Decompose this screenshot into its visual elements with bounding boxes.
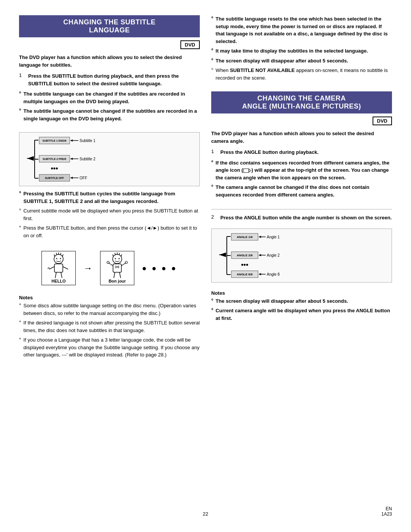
bullet-camera-2: The camera angle cannot be changed if th… (211, 184, 392, 198)
step1-camera-text: Press the ANGLE button during playback. (220, 149, 392, 156)
left-column: CHANGING THE SUBTITLE LANGUAGE DVD The D… (19, 15, 200, 503)
bullet-right-top-1-text: The subtitle language resets to the one … (216, 15, 392, 45)
svg-marker-20 (70, 177, 73, 179)
bullet-left-2-3-text: Press the SUBTITLE button, and then pres… (24, 224, 200, 239)
step1-left: 1 Press the SUBTITLE button during playb… (19, 72, 200, 87)
svg-text:•••: ••• (241, 261, 249, 268)
footer: 22 EN 1A23 (19, 511, 392, 517)
bullet-left-2-2: Current subtitle mode will be displayed … (19, 207, 200, 222)
footer-code-en: EN (386, 506, 392, 511)
note-left-2: If the desired language is not shown aft… (19, 319, 200, 334)
svg-point-29 (60, 258, 61, 259)
dvd-badge-right: DVD (373, 117, 392, 125)
bullet-right-top-4-text: When SUBTITLE NOT AVAILABLE appears on-s… (216, 67, 392, 81)
footer-page-number: 22 (19, 511, 392, 517)
svg-point-28 (56, 258, 57, 259)
svg-rect-44 (113, 264, 121, 272)
svg-line-40 (119, 253, 119, 255)
right-column: The subtitle language resets to the one … (211, 15, 392, 503)
svg-rect-54 (244, 169, 249, 173)
note-camera-1: The screen display will disappear after … (211, 297, 392, 305)
note-camera-1-text: The screen display will disappear after … (216, 297, 348, 305)
notes-section-left: Notes Some discs allow subtitle language… (19, 295, 200, 363)
step1-left-num: 1 (19, 72, 25, 87)
camera-intro: The DVD player has a function which allo… (211, 130, 392, 145)
svg-marker-46 (117, 266, 119, 268)
note-left-3: If you choose a Language that has a 3 le… (19, 336, 200, 359)
bullet-right-top-4: When SUBTITLE NOT AVAILABLE appears on-s… (211, 67, 392, 81)
svg-rect-30 (54, 264, 63, 272)
char-bonjour-svg (104, 252, 131, 279)
bullet-left-2-1: Pressing the SUBTITLE button cycles the … (19, 190, 200, 205)
step2-camera: 2 Press the ANGLE button while the angle… (211, 214, 392, 222)
svg-text:•••: ••• (51, 165, 58, 172)
svg-text:Subtitle 1: Subtitle 1 (80, 139, 96, 143)
dvd-badge-container-left: DVD (19, 40, 200, 51)
angle-diagram-svg: ANGLE 1/8 ANGLE 2/8 ••• ANGLE 8/8 Angle … (215, 233, 299, 278)
bullet-list-left-2: Pressing the SUBTITLE button cycles the … (19, 190, 200, 241)
left-intro: The DVD player has a function which allo… (19, 54, 200, 69)
bullet-left-1-1: The subtitle language can be changed if … (19, 90, 200, 105)
camera-title-line2: ANGLE (Multi-Angle Pictures) (242, 102, 361, 110)
svg-text:ANGLE 2/8: ANGLE 2/8 (237, 254, 253, 257)
step1-camera: 1 Press the ANGLE button during playback… (211, 149, 392, 156)
svg-point-42 (115, 258, 116, 259)
char-box-bonjour: Bon jour (100, 251, 134, 285)
svg-line-32 (49, 267, 54, 269)
dvd-badge-left: DVD (180, 40, 200, 49)
svg-marker-55 (249, 169, 251, 172)
svg-line-26 (61, 253, 61, 255)
ellipsis-dots: ● ● ● ● (142, 264, 177, 273)
svg-marker-76 (259, 273, 261, 275)
svg-point-22 (54, 254, 63, 264)
subtitle-diagram: SUBTITLE 1 ENG/6 SUBTITLE 2 FRE/6 ••• SU… (19, 132, 200, 186)
step2-camera-num: 2 (211, 214, 217, 222)
subtitle-section-header: CHANGING THE SUBTITLE LANGUAGE (19, 15, 200, 37)
separator-camera (211, 209, 392, 209)
bullet-right-top-1: The subtitle language resets to the one … (211, 15, 392, 45)
page: CHANGING THE SUBTITLE LANGUAGE DVD The D… (0, 0, 411, 532)
bullet-camera-1-text: If the disc contains sequences recorded … (216, 159, 392, 182)
footer-code-1a23: 1A23 (381, 511, 392, 517)
note-camera-2-text: Current camera angle will be displayed w… (216, 307, 392, 322)
two-column-layout: CHANGING THE SUBTITLE LANGUAGE DVD The D… (19, 15, 392, 503)
bullet-left-2-3: Press the SUBTITLE button, and then pres… (19, 224, 200, 239)
char-hello-svg (45, 252, 72, 279)
svg-line-53 (119, 272, 121, 278)
svg-line-52 (114, 272, 115, 278)
notes-list-camera: The screen display will disappear after … (211, 297, 392, 322)
bullet-camera-1: If the disc contains sequences recorded … (211, 159, 392, 182)
bullet-left-1-2-text: The subtitle language cannot be changed … (24, 107, 200, 122)
svg-text:Angle 2: Angle 2 (267, 253, 280, 257)
bullet-left-1-2: The subtitle language cannot be changed … (19, 107, 200, 122)
char-hello-label: HELLO (51, 279, 65, 283)
svg-point-50 (107, 261, 109, 264)
note-left-3-text: If you choose a Language that has a 3 le… (24, 336, 200, 359)
svg-text:Angle 1: Angle 1 (267, 235, 280, 239)
camera-section-header: CHANGING THE CAMERA ANGLE (Multi-Angle P… (211, 91, 392, 113)
svg-marker-70 (259, 236, 261, 238)
note-left-2-text: If the desired language is not shown aft… (24, 319, 200, 334)
arrow-between-chars: → (83, 263, 92, 273)
notes-section-camera: Notes The screen display will disappear … (211, 290, 392, 326)
svg-point-51 (125, 261, 127, 264)
step1-left-text: Press the SUBTITLE button during playbac… (28, 72, 200, 87)
bullet-right-top-2-text: It may take time to display the subtitle… (216, 47, 368, 55)
notes-title-camera: Notes (211, 290, 392, 296)
characters-area: HELLO → (19, 251, 200, 285)
bullet-left-1-1-text: The subtitle language can be changed if … (24, 90, 200, 105)
svg-text:Angle 8: Angle 8 (267, 272, 280, 276)
svg-point-43 (119, 258, 120, 259)
bullet-right-top-2: It may take time to display the subtitle… (211, 47, 392, 55)
notes-title-left: Notes (19, 295, 200, 300)
svg-text:SUBTITLE 1 ENG/6: SUBTITLE 1 ENG/6 (42, 139, 66, 142)
dvd-badge-container-right: DVD (211, 117, 392, 128)
svg-line-23 (54, 254, 55, 257)
svg-text:Subtitle 2: Subtitle 2 (80, 157, 96, 161)
subtitle-title-line2: LANGUAGE (89, 26, 130, 34)
note-left-1: Some discs allow subtitle language setti… (19, 302, 200, 317)
svg-marker-17 (70, 158, 73, 160)
svg-text:ANGLE 8/8: ANGLE 8/8 (237, 273, 253, 276)
bullet-right-top-3-text: The screen display will disappear after … (216, 57, 348, 65)
svg-line-27 (62, 254, 63, 257)
